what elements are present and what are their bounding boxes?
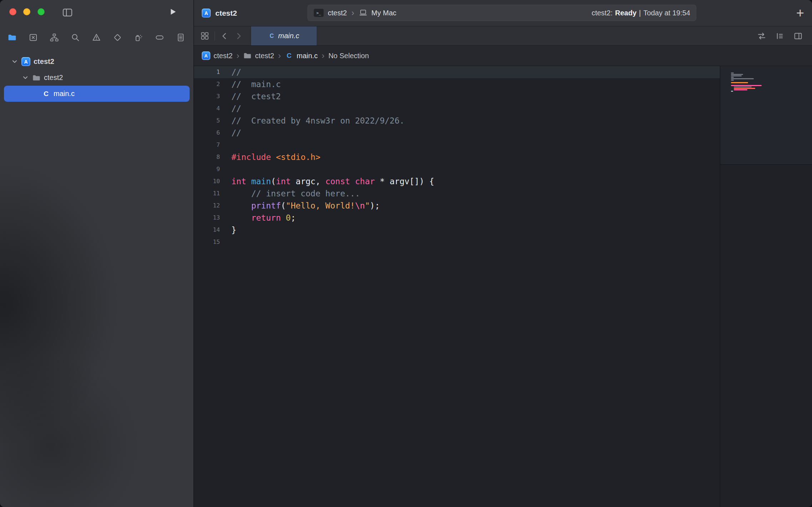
code-text: // ctest2: [220, 90, 281, 102]
breadcrumb-label: ctest2: [255, 52, 274, 60]
code-text: // Created by 4nsw3r on 2022/9/26.: [220, 115, 405, 127]
hierarchy-icon: [50, 33, 59, 42]
minimap-bar: [731, 75, 742, 76]
c-file-icon: C: [269, 33, 275, 39]
run-button[interactable]: [168, 7, 178, 17]
line-number: 9: [194, 163, 220, 175]
line-number: 2: [194, 78, 220, 90]
destination-label: My Mac: [371, 9, 396, 17]
tree-item-label: main.c: [54, 90, 75, 98]
c-file-icon: C: [42, 90, 50, 98]
folder-icon: [7, 33, 17, 42]
code-text: //: [220, 66, 241, 78]
minimap-bar: [731, 72, 734, 74]
scheme-target-label: ctest2: [328, 9, 347, 17]
code-text: }: [220, 224, 236, 236]
warning-icon: [92, 33, 101, 42]
code-text: return 0;: [220, 212, 296, 224]
swap-editor-icon[interactable]: [757, 31, 766, 41]
tree-item-main.c[interactable]: Cmain.c: [4, 86, 190, 102]
tree-item-ctest2[interactable]: Actest2: [4, 54, 190, 70]
chevron-separator-icon: ›: [278, 51, 281, 61]
tab-bar: Cmain.c: [194, 26, 812, 46]
code-text: // insert code here...: [220, 187, 360, 200]
jump-bar: Actest2›ctest2›Cmain.c›No Selection: [194, 46, 812, 66]
navigator-sidebar: Actest2ctest2Cmain.c: [0, 0, 194, 507]
breadcrumb-item-no-selection[interactable]: No Selection: [329, 52, 369, 60]
breadcrumb-label: ctest2: [214, 52, 232, 60]
code-text: // main.c: [220, 78, 281, 90]
code-line: 13 return 0;: [194, 212, 720, 224]
line-number: 1: [194, 66, 220, 78]
issue-navigator[interactable]: [91, 31, 102, 44]
line-number: 8: [194, 151, 220, 163]
code-editor[interactable]: 1//2// main.c3// ctest24//5// Created by…: [194, 66, 812, 507]
library-add-button[interactable]: +: [796, 0, 804, 26]
report-navigator[interactable]: [175, 31, 186, 44]
code-text: [220, 236, 231, 248]
code-text: [220, 139, 231, 151]
minimap-bar: [731, 77, 734, 78]
window-title: ctest2: [215, 9, 237, 17]
code-text: int main(int argc, const char * argv[]) …: [220, 175, 434, 187]
tree-item-ctest2[interactable]: ctest2: [4, 70, 190, 86]
line-number: 12: [194, 200, 220, 212]
minimap-content: [720, 66, 812, 165]
tab-strip: Cmain.c: [251, 26, 317, 45]
breakpoint-navigator[interactable]: [154, 31, 165, 44]
code-line: 1//: [194, 66, 720, 78]
c-file-icon: C: [285, 52, 294, 60]
code-text: //: [220, 102, 241, 115]
toolbar: A ctest2 >_ ctest2 › My Mac ctest2: Rea: [194, 0, 812, 26]
breadcrumb-item-main.c[interactable]: Cmain.c: [285, 52, 318, 60]
code-line: 10int main(int argc, const char * argv[]…: [194, 175, 720, 187]
line-number: 11: [194, 187, 220, 200]
line-number: 15: [194, 236, 220, 248]
minimap-bar: [731, 78, 754, 79]
minimap[interactable]: [720, 66, 812, 507]
breadcrumb-item-ctest2[interactable]: Actest2: [202, 51, 232, 60]
navigator-bar: [0, 30, 194, 45]
capsule-icon: [155, 33, 164, 42]
test-navigator[interactable]: [112, 31, 123, 44]
project-navigator[interactable]: [6, 31, 18, 44]
breadcrumb-item-ctest2[interactable]: ctest2: [243, 51, 274, 60]
symbol-navigator[interactable]: [49, 31, 60, 44]
disclosure-chevron-icon[interactable]: [22, 74, 29, 81]
chevron-separator-icon: ›: [351, 8, 355, 18]
cli-target-icon: >_: [314, 9, 324, 17]
add-editor-icon[interactable]: [793, 31, 803, 41]
related-items-icon[interactable]: [200, 31, 209, 40]
debug-navigator[interactable]: [133, 31, 144, 44]
source-control-navigator[interactable]: [27, 31, 39, 44]
report-icon: [176, 33, 185, 42]
editor-tab-main.c[interactable]: Cmain.c: [251, 26, 317, 45]
code-text: //: [220, 127, 241, 139]
code-line: 6//: [194, 127, 720, 139]
line-number: 14: [194, 224, 220, 236]
folder-icon: [243, 51, 252, 60]
forward-chevron-icon[interactable]: [234, 32, 243, 40]
search-icon: [71, 33, 80, 42]
zoom-window-button[interactable]: [37, 8, 45, 15]
activity-viewer[interactable]: >_ ctest2 › My Mac ctest2: Ready | Today…: [307, 5, 696, 21]
breadcrumb-label: No Selection: [329, 52, 369, 60]
laptop-icon: [359, 9, 367, 17]
editor-options-icon[interactable]: [775, 31, 785, 41]
line-number: 5: [194, 115, 220, 127]
destination-menu[interactable]: My Mac: [359, 9, 396, 17]
sidebar-toggle-icon[interactable]: [62, 7, 73, 18]
code-text: #include <stdio.h>: [220, 151, 320, 163]
minimap-bar: [734, 86, 752, 87]
code-line: 14}: [194, 224, 720, 236]
status-state-label: Ready: [615, 9, 637, 17]
find-navigator[interactable]: [70, 31, 81, 44]
minimize-window-button[interactable]: [23, 8, 30, 15]
xcode-project-icon: A: [202, 51, 210, 60]
scheme-menu[interactable]: >_ ctest2: [314, 9, 347, 17]
line-number: 10: [194, 175, 220, 187]
back-chevron-icon[interactable]: [220, 32, 229, 40]
close-window-button[interactable]: [9, 8, 16, 15]
status-project-label: ctest2:: [592, 9, 613, 17]
disclosure-chevron-icon[interactable]: [11, 58, 18, 65]
